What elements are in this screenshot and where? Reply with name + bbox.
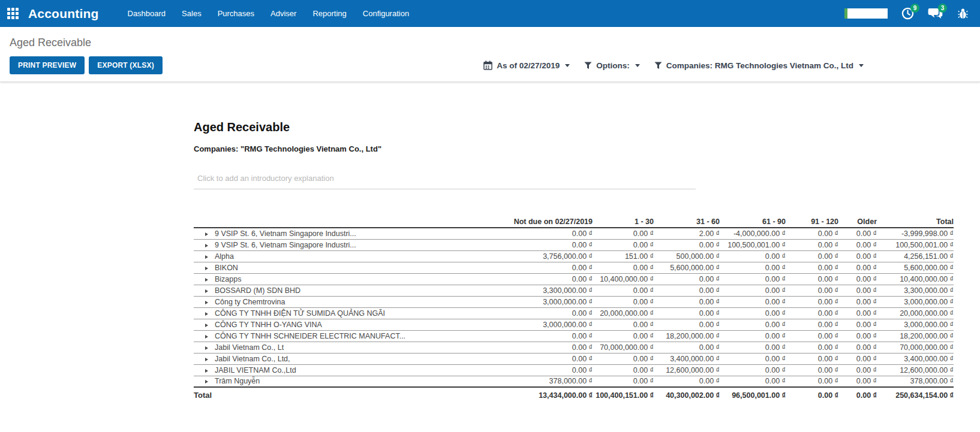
expand-caret-icon[interactable] bbox=[205, 324, 208, 327]
table-row[interactable]: CÔNG TY TNHH ĐIỆN TỬ SUMIDA QUẢNG NGÃI 0… bbox=[194, 307, 954, 319]
amount-cell: 3,000,000.00 ₫ bbox=[458, 296, 593, 307]
column-header-not-due: Not due on 02/27/2019 bbox=[458, 216, 593, 228]
expand-caret-icon[interactable] bbox=[205, 335, 208, 339]
user-menu[interactable] bbox=[844, 8, 888, 19]
table-row[interactable]: Jabil Vietnam Co., Lt 0.00 ₫ 70,000,000.… bbox=[194, 342, 954, 353]
apps-grid-icon[interactable] bbox=[7, 8, 19, 19]
expand-caret-icon[interactable] bbox=[205, 267, 208, 270]
amount-cell: 0.00 ₫ bbox=[720, 353, 786, 364]
amount-cell: 0.00 ₫ bbox=[458, 330, 593, 342]
expand-caret-icon[interactable] bbox=[205, 346, 208, 350]
amount-cell: 0.00 ₫ bbox=[593, 353, 654, 364]
amount-cell: 0.00 ₫ bbox=[838, 376, 877, 387]
menu-item-reporting[interactable]: Reporting bbox=[312, 9, 346, 18]
chevron-down-icon bbox=[565, 64, 570, 67]
total-row-label: Total bbox=[194, 387, 458, 403]
partner-name: CÔNG TY TNHH SCHNEIDER ELECTRIC MANUFACT… bbox=[215, 332, 405, 340]
amount-cell: 0.00 ₫ bbox=[838, 307, 877, 319]
expand-caret-icon[interactable] bbox=[205, 358, 208, 361]
menu-item-dashboard[interactable]: Dashboard bbox=[128, 9, 166, 18]
amount-cell: 0.00 ₫ bbox=[593, 262, 654, 273]
column-header-total: Total bbox=[877, 216, 954, 228]
amount-cell: 0.00 ₫ bbox=[654, 319, 720, 330]
table-row[interactable]: JABIL VIETNAM Co.,Ltd 0.00 ₫ 0.00 ₫ 12,6… bbox=[194, 364, 954, 376]
options-filter-dropdown[interactable]: Options: bbox=[584, 61, 640, 70]
amount-cell: 0.00 ₫ bbox=[720, 307, 786, 319]
amount-cell: 0.00 ₫ bbox=[838, 285, 877, 296]
amount-cell: 0.00 ₫ bbox=[720, 296, 786, 307]
amount-cell: 0.00 ₫ bbox=[654, 296, 720, 307]
messages-badge: 3 bbox=[938, 4, 947, 13]
amount-cell: 5,600,000.00 ₫ bbox=[877, 262, 954, 273]
amount-cell: 0.00 ₫ bbox=[458, 228, 593, 239]
report-title: Aged Receivable bbox=[194, 120, 980, 134]
menu-item-sales[interactable]: Sales bbox=[182, 9, 202, 18]
app-brand[interactable]: Accounting bbox=[28, 7, 99, 21]
calendar-icon bbox=[483, 61, 492, 70]
user-status-bar bbox=[844, 8, 847, 19]
amount-cell: 0.00 ₫ bbox=[786, 285, 838, 296]
chevron-down-icon bbox=[635, 64, 640, 67]
amount-cell: 0.00 ₫ bbox=[720, 273, 786, 285]
column-header-1-30: 1 - 30 bbox=[593, 216, 654, 228]
control-bar: Aged Receivable PRINT PREVIEW EXPORT (XL… bbox=[0, 27, 980, 82]
amount-cell: 0.00 ₫ bbox=[593, 319, 654, 330]
expand-caret-icon[interactable] bbox=[205, 244, 208, 247]
expand-caret-icon[interactable] bbox=[205, 312, 208, 316]
total-amount-cell: 40,300,002.00 ₫ bbox=[654, 387, 720, 403]
amount-cell: 18,200,000.00 ₫ bbox=[654, 330, 720, 342]
amount-cell: 4,256,151.00 ₫ bbox=[877, 250, 954, 262]
amount-cell: 100,500,001.00 ₫ bbox=[877, 239, 954, 250]
table-row[interactable]: Jabil Vietnam Co., Ltd, 0.00 ₫ 0.00 ₫ 3,… bbox=[194, 353, 954, 364]
activities-button[interactable]: 9 bbox=[900, 6, 915, 22]
amount-cell: 100,500,001.00 ₫ bbox=[720, 239, 786, 250]
amount-cell: 0.00 ₫ bbox=[720, 330, 786, 342]
print-preview-button[interactable]: PRINT PREVIEW bbox=[10, 56, 85, 74]
amount-cell: 3,000,000.00 ₫ bbox=[877, 296, 954, 307]
amount-cell: 0.00 ₫ bbox=[458, 307, 593, 319]
table-row[interactable]: BIKON 0.00 ₫ 0.00 ₫ 5,600,000.00 ₫ 0.00 … bbox=[194, 262, 954, 273]
amount-cell: 0.00 ₫ bbox=[838, 273, 877, 285]
amount-cell: 3,300,000.00 ₫ bbox=[877, 285, 954, 296]
menu-item-purchases[interactable]: Purchases bbox=[218, 9, 254, 18]
table-row[interactable]: CÔNG TY TNHH SCHNEIDER ELECTRIC MANUFACT… bbox=[194, 330, 954, 342]
partner-name: CÔNG TY TNHH ĐIỆN TỬ SUMIDA QUẢNG NGÃI bbox=[215, 309, 385, 318]
amount-cell: 18,200,000.00 ₫ bbox=[877, 330, 954, 342]
messages-button[interactable]: 3 bbox=[927, 6, 943, 22]
table-row[interactable]: Bizapps 0.00 ₫ 10,400,000.00 ₫ 0.00 ₫ 0.… bbox=[194, 273, 954, 285]
date-filter-dropdown[interactable]: As of 02/27/2019 bbox=[483, 61, 570, 70]
companies-filter-dropdown[interactable]: Companies: RMG Technologies Vietnam Co.,… bbox=[654, 61, 864, 70]
table-row[interactable]: 9 VSIP St. 6, Vietnam Singapore Industri… bbox=[194, 228, 954, 239]
intro-placeholder-field[interactable]: Click to add an introductory explanation bbox=[194, 171, 696, 189]
table-row[interactable]: Trâm Nguyễn 378,000.00 ₫ 0.00 ₫ 0.00 ₫ 0… bbox=[194, 376, 954, 387]
expand-caret-icon[interactable] bbox=[205, 369, 208, 373]
amount-cell: 0.00 ₫ bbox=[654, 307, 720, 319]
amount-cell: 3,000,000.00 ₫ bbox=[458, 319, 593, 330]
amount-cell: -4,000,000.00 ₫ bbox=[720, 228, 786, 239]
expand-caret-icon[interactable] bbox=[205, 255, 208, 259]
amount-cell: 70,000,000.00 ₫ bbox=[877, 342, 954, 353]
breadcrumb[interactable]: Aged Receivable bbox=[10, 37, 970, 49]
expand-caret-icon[interactable] bbox=[205, 278, 208, 282]
table-row[interactable]: BOSSARD (M) SDN BHD 3,300,000.00 ₫ 0.00 … bbox=[194, 285, 954, 296]
amount-cell: 5,600,000.00 ₫ bbox=[654, 262, 720, 273]
amount-cell: 0.00 ₫ bbox=[786, 228, 838, 239]
table-row[interactable]: CÔNG TY TNHH O-YANG VINA 3,000,000.00 ₫ … bbox=[194, 319, 954, 330]
amount-cell: 0.00 ₫ bbox=[786, 250, 838, 262]
table-row[interactable]: 9 VSIP St. 6, Vietnam Singapore Industri… bbox=[194, 239, 954, 250]
debug-button[interactable] bbox=[955, 6, 970, 22]
amount-cell: 0.00 ₫ bbox=[786, 262, 838, 273]
amount-cell: 0.00 ₫ bbox=[593, 296, 654, 307]
amount-cell: 12,600,000.00 ₫ bbox=[877, 364, 954, 376]
expand-caret-icon[interactable] bbox=[205, 289, 208, 293]
table-row[interactable]: Alpha 3,756,000.00 ₫ 151.00 ₫ 500,000.00… bbox=[194, 250, 954, 262]
amount-cell: 0.00 ₫ bbox=[786, 319, 838, 330]
expand-caret-icon[interactable] bbox=[205, 380, 208, 383]
table-row[interactable]: Công ty Chemtrovina 3,000,000.00 ₫ 0.00 … bbox=[194, 296, 954, 307]
expand-caret-icon[interactable] bbox=[205, 232, 208, 236]
menu-item-adviser[interactable]: Adviser bbox=[270, 9, 296, 18]
expand-caret-icon[interactable] bbox=[205, 301, 208, 304]
export-xlsx-button[interactable]: EXPORT (XLSX) bbox=[89, 56, 163, 74]
menu-item-configuration[interactable]: Configuration bbox=[363, 9, 409, 18]
amount-cell: 0.00 ₫ bbox=[720, 342, 786, 353]
